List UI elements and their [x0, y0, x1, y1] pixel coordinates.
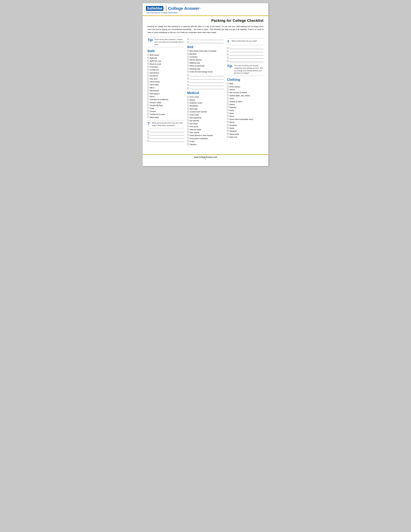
checkbox[interactable]	[187, 87, 189, 89]
checkbox[interactable]	[227, 118, 229, 120]
checkbox[interactable]	[227, 92, 229, 93]
checkbox[interactable]	[148, 72, 149, 74]
checkbox[interactable]	[187, 65, 189, 66]
checkbox[interactable]	[148, 81, 149, 82]
checkbox[interactable]	[148, 93, 149, 94]
checkbox[interactable]	[227, 57, 229, 58]
list-item: Vitamins	[187, 143, 224, 146]
list-item: Shower caddy	[148, 101, 184, 104]
checkbox[interactable]	[227, 127, 229, 129]
bed-section-title: Bed	[187, 45, 224, 49]
checkbox[interactable]	[227, 101, 229, 102]
checkbox[interactable]	[187, 138, 189, 139]
checkbox[interactable]	[148, 60, 149, 62]
checkbox[interactable]	[187, 75, 189, 76]
checkbox[interactable]	[187, 132, 189, 133]
checkbox[interactable]	[227, 133, 229, 135]
checkbox[interactable]	[227, 104, 229, 105]
clothing-section-title: Clothing	[227, 78, 263, 82]
checkbox[interactable]	[148, 69, 149, 70]
checkbox[interactable]	[187, 102, 189, 104]
checkbox[interactable]	[148, 75, 149, 76]
checkbox[interactable]	[227, 50, 229, 52]
item-label: Brush & comb	[150, 63, 161, 65]
checkbox[interactable]	[187, 56, 189, 57]
item-label: Jeans	[229, 97, 234, 100]
checkbox[interactable]	[187, 78, 189, 79]
checkbox[interactable]	[227, 106, 229, 108]
checkbox[interactable]	[148, 90, 149, 91]
checkbox[interactable]	[148, 107, 149, 109]
checkbox[interactable]	[148, 130, 149, 132]
checkbox[interactable]	[227, 115, 229, 117]
checkbox[interactable]	[148, 110, 149, 112]
checkbox[interactable]	[148, 95, 149, 97]
checkbox[interactable]	[187, 105, 189, 106]
checkbox[interactable]	[187, 53, 189, 55]
checkbox[interactable]	[148, 113, 149, 115]
checkbox[interactable]	[227, 112, 229, 114]
item-label: Pillow & pillowcase	[190, 65, 205, 67]
checkbox[interactable]	[148, 116, 149, 118]
tip-box-2: Tip You enjoy receiving your favorite ma…	[227, 63, 263, 76]
checkbox[interactable]	[187, 71, 189, 72]
item-label: Hat (summer & winter)	[229, 91, 247, 94]
checkbox[interactable]	[187, 120, 189, 121]
item-label: Jewelry & watch	[229, 100, 242, 103]
checkbox[interactable]	[187, 111, 189, 112]
checkbox[interactable]	[227, 109, 229, 111]
checkbox[interactable]	[187, 114, 189, 115]
checkbox[interactable]	[227, 136, 229, 138]
checkbox[interactable]	[187, 140, 189, 142]
checkbox[interactable]	[187, 99, 189, 101]
checkbox[interactable]	[187, 108, 189, 109]
checkbox[interactable]	[148, 63, 149, 65]
checkbox[interactable]	[227, 54, 229, 55]
checkbox[interactable]	[187, 96, 189, 97]
checkbox[interactable]	[148, 133, 149, 135]
checkbox[interactable]	[187, 84, 189, 86]
checkbox[interactable]	[148, 102, 149, 103]
checkbox[interactable]	[227, 83, 229, 84]
checkbox[interactable]	[227, 60, 229, 62]
checkbox[interactable]	[187, 123, 189, 124]
checkbox[interactable]	[227, 121, 229, 123]
blank-line	[148, 136, 184, 139]
checkbox[interactable]	[148, 137, 149, 138]
checkbox[interactable]	[187, 126, 189, 127]
checkbox[interactable]	[227, 124, 229, 126]
item-label: Nylons	[229, 103, 235, 106]
checkbox[interactable]	[187, 143, 189, 145]
checkbox[interactable]	[187, 41, 189, 43]
checkbox[interactable]	[148, 66, 149, 67]
checkbox[interactable]	[227, 97, 229, 99]
checkbox[interactable]	[187, 81, 189, 83]
item-label: Sweat shirts	[229, 133, 239, 135]
checkbox[interactable]	[187, 62, 189, 64]
item-label: Curling iron	[150, 69, 159, 71]
checkbox[interactable]	[148, 57, 149, 59]
checkbox[interactable]	[148, 140, 149, 142]
checkbox[interactable]	[148, 54, 149, 56]
checkbox[interactable]	[148, 98, 149, 100]
checkbox[interactable]	[187, 59, 189, 60]
checkbox[interactable]	[187, 117, 189, 118]
checkbox[interactable]	[227, 86, 229, 87]
checkbox[interactable]	[227, 47, 229, 49]
checkbox[interactable]	[187, 129, 189, 130]
checkbox[interactable]	[227, 130, 229, 132]
item-label: Pain reliever	[190, 131, 200, 134]
list-item: Sweat shirts	[227, 133, 263, 135]
list-item: Tissues	[148, 110, 184, 113]
checkbox[interactable]	[187, 134, 189, 136]
checkbox[interactable]	[187, 50, 189, 52]
checkbox[interactable]	[187, 38, 189, 40]
checkbox[interactable]	[187, 68, 189, 69]
checkbox[interactable]	[148, 84, 149, 85]
checkbox[interactable]	[227, 89, 229, 90]
checkbox[interactable]	[148, 104, 149, 106]
checkbox[interactable]	[148, 78, 149, 79]
checkbox[interactable]	[227, 95, 229, 96]
item-label: Bath towels	[150, 54, 159, 56]
checkbox[interactable]	[148, 87, 149, 88]
